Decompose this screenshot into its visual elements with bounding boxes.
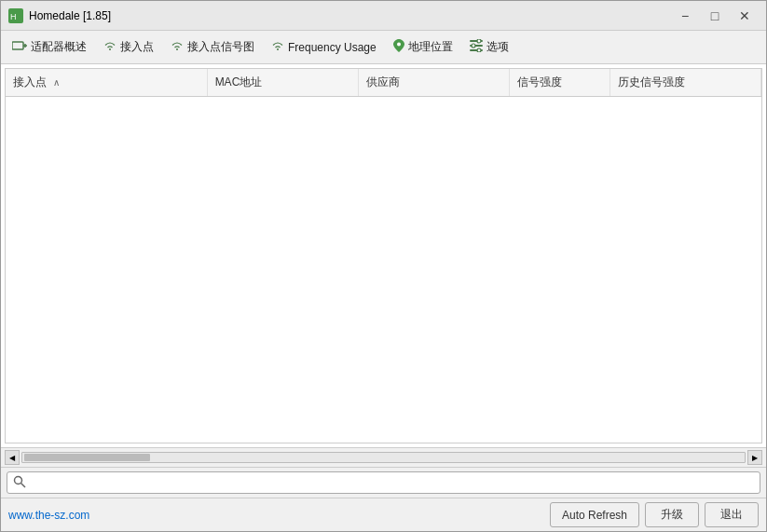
adapter-icon — [12, 40, 27, 54]
svg-point-9 — [477, 39, 481, 43]
tab-frequency-usage[interactable]: Frequency Usage — [264, 36, 384, 58]
sort-arrow-icon: ∧ — [53, 77, 60, 88]
status-bar: www.the-sz.com Auto Refresh 升级 退出 — [1, 498, 766, 531]
title-controls: − □ ✕ — [671, 5, 759, 27]
footer-buttons: Auto Refresh 升级 退出 — [550, 502, 759, 527]
pin-icon — [393, 39, 404, 55]
title-bar: H Homedale [1.85] − □ ✕ — [1, 1, 766, 31]
svg-line-13 — [21, 483, 26, 487]
title-bar-left: H Homedale [1.85] — [8, 8, 111, 23]
svg-point-10 — [472, 44, 475, 48]
app-icon: H — [8, 8, 23, 23]
exit-button[interactable]: 退出 — [705, 502, 759, 527]
search-bar — [1, 467, 766, 498]
options-icon — [470, 39, 483, 55]
tab-signal-chart-label: 接入点信号图 — [187, 39, 254, 55]
tab-options[interactable]: 选项 — [462, 35, 516, 59]
window-title: Homedale [1.85] — [29, 9, 111, 22]
close-button[interactable]: ✕ — [731, 5, 759, 27]
tab-frequency-label: Frequency Usage — [288, 41, 377, 54]
search-input[interactable] — [30, 476, 754, 489]
svg-text:H: H — [10, 12, 17, 21]
wifi-icon-2 — [171, 40, 184, 54]
tab-geo-label: 地理位置 — [408, 39, 453, 55]
svg-point-5 — [397, 43, 401, 47]
access-points-table: 接入点 ∧ MAC地址 供应商 信号强度 历史信号强 — [6, 69, 761, 97]
tab-access-points[interactable]: 接入点 — [96, 35, 161, 59]
search-container — [7, 471, 760, 494]
svg-rect-2 — [12, 42, 23, 49]
tab-options-label: 选项 — [486, 39, 509, 55]
col-vendor[interactable]: 供应商 — [358, 69, 509, 97]
scroll-track[interactable] — [21, 452, 746, 463]
search-icon — [13, 475, 26, 491]
col-history-signal[interactable]: 历史信号强度 — [609, 69, 760, 97]
upgrade-button[interactable]: 升级 — [645, 502, 699, 527]
col-mac-address[interactable]: MAC地址 — [207, 69, 358, 97]
horizontal-scrollbar[interactable]: ◀ ▶ — [1, 447, 766, 467]
tab-access-point-signal[interactable]: 接入点信号图 — [163, 35, 262, 59]
tab-bar: 适配器概述 接入点 接入点信号图 — [1, 31, 766, 64]
wifi-icon-1 — [103, 40, 116, 54]
col-signal-strength[interactable]: 信号强度 — [509, 69, 609, 97]
minimize-button[interactable]: − — [671, 5, 699, 27]
svg-point-11 — [477, 48, 481, 52]
scroll-thumb[interactable] — [24, 454, 150, 461]
svg-point-12 — [15, 476, 22, 484]
table-header-row: 接入点 ∧ MAC地址 供应商 信号强度 历史信号强 — [6, 69, 761, 97]
tab-adapter-label: 适配器概述 — [31, 39, 87, 55]
maximize-button[interactable]: □ — [701, 5, 729, 27]
tab-access-points-label: 接入点 — [120, 39, 154, 55]
data-table-container[interactable]: 接入点 ∧ MAC地址 供应商 信号强度 历史信号强 — [5, 68, 762, 443]
main-window: H Homedale [1.85] − □ ✕ 适配器概述 — [0, 0, 767, 532]
tab-geo-location[interactable]: 地理位置 — [386, 35, 460, 59]
scroll-left-arrow[interactable]: ◀ — [5, 450, 20, 465]
content-area: 接入点 ∧ MAC地址 供应商 信号强度 历史信号强 — [1, 64, 766, 531]
auto-refresh-button[interactable]: Auto Refresh — [550, 502, 639, 527]
col-access-point[interactable]: 接入点 ∧ — [6, 69, 207, 97]
wifi-icon-3 — [271, 40, 284, 54]
tab-adapter-overview[interactable]: 适配器概述 — [5, 35, 94, 59]
website-link[interactable]: www.the-sz.com — [8, 509, 89, 522]
scroll-right-arrow[interactable]: ▶ — [747, 450, 762, 465]
